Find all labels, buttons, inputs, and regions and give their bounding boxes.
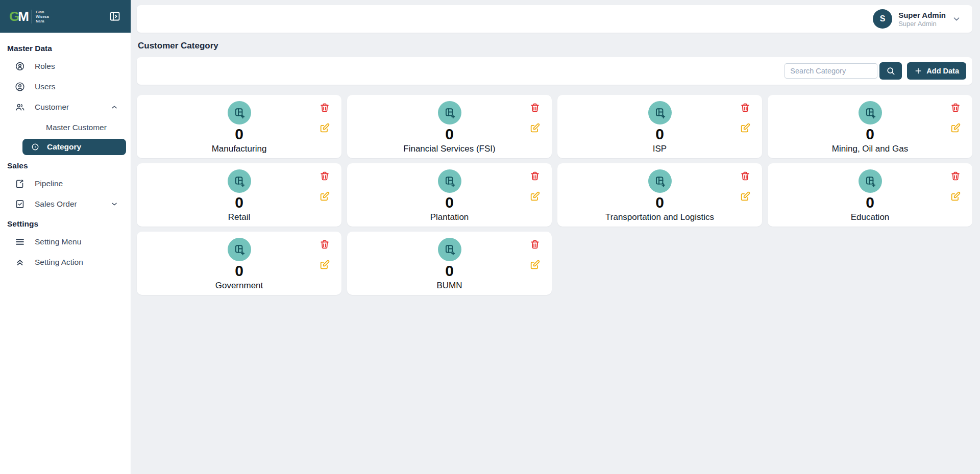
delete-icon[interactable]	[319, 102, 330, 113]
user-texts: Super Admin Super Admin	[898, 11, 946, 28]
edit-icon[interactable]	[740, 191, 751, 202]
edit-icon[interactable]	[950, 191, 961, 202]
category-avatar	[648, 101, 672, 124]
delete-icon[interactable]	[319, 239, 330, 250]
sidebar-item-label: Customer	[35, 103, 69, 112]
category-card: 0 Transportation and Logistics	[557, 163, 762, 227]
category-count: 0	[445, 126, 454, 142]
sidebar-item-sales-order[interactable]: Sales Order	[6, 194, 125, 214]
sidebar-item-label: Roles	[35, 62, 55, 71]
sidebar-item-category-active[interactable]: Category	[22, 139, 126, 155]
sidebar-item-pipeline[interactable]: Pipeline	[6, 173, 125, 194]
logo-letter-g: G	[9, 9, 18, 24]
page-title: Customer Category	[138, 41, 971, 51]
category-name: BUMN	[436, 281, 462, 291]
category-card: 0 ISP	[557, 95, 762, 158]
edit-icon[interactable]	[529, 259, 541, 270]
add-data-button[interactable]: Add Data	[907, 62, 966, 80]
user-role: Super Admin	[898, 20, 946, 28]
category-name: Transportation and Logistics	[605, 212, 714, 222]
category-card: 0 Retail	[137, 163, 341, 227]
category-card: 0 Government	[137, 232, 341, 295]
edit-icon[interactable]	[740, 122, 751, 134]
grid-add-icon	[653, 106, 667, 119]
category-count: 0	[235, 194, 243, 211]
category-card: 0 Mining, Oil and Gas	[768, 95, 972, 158]
sidebar-item-label: Master Customer	[46, 123, 107, 132]
delete-icon[interactable]	[529, 102, 541, 113]
sidebar-item-setting-menu[interactable]: Setting Menu	[6, 232, 125, 252]
sidebar-collapse-button[interactable]	[108, 9, 122, 23]
grid-add-icon	[864, 106, 877, 119]
sidebar-item-label: Setting Action	[35, 258, 83, 267]
chevron-down-icon	[110, 200, 118, 208]
sidebar-item-master-customer[interactable]: Master Customer	[6, 117, 125, 138]
search-input[interactable]	[785, 63, 877, 79]
sidebar-item-setting-action[interactable]: Setting Action	[6, 252, 125, 272]
delete-icon[interactable]	[950, 170, 961, 182]
delete-icon[interactable]	[529, 239, 541, 250]
delete-icon[interactable]	[529, 170, 541, 182]
category-count: 0	[866, 194, 874, 211]
search-button[interactable]	[879, 62, 902, 80]
logo-mark: GM	[9, 10, 28, 23]
section-sales: Sales	[6, 156, 125, 173]
grid-add-icon	[443, 174, 456, 188]
order-check-icon	[14, 198, 26, 210]
category-name: Manufacturing	[212, 144, 267, 154]
category-avatar	[438, 169, 461, 193]
edit-icon[interactable]	[319, 122, 330, 134]
sidebar-item-customer[interactable]: Customer	[6, 97, 125, 117]
pipeline-edit-icon	[14, 178, 26, 189]
category-avatar	[648, 169, 672, 193]
category-count: 0	[655, 194, 664, 211]
delete-icon[interactable]	[319, 170, 330, 182]
app-logo: GM Gian Wisesa Nara	[9, 10, 49, 23]
logo-tagline-line: Nara	[36, 19, 49, 23]
grid-add-icon	[233, 174, 246, 188]
grid-add-icon	[443, 243, 456, 256]
user-menu[interactable]: S Super Admin Super Admin	[873, 9, 961, 29]
category-card-grid: 0 Manufacturing 0 Financial S	[137, 95, 972, 295]
sidebar-item-label: Category	[47, 142, 81, 152]
sidebar: GM Gian Wisesa Nara Master Data Roles	[0, 0, 131, 474]
edit-icon[interactable]	[319, 191, 330, 202]
sidebar-item-users[interactable]: Users	[6, 77, 125, 97]
section-master-data: Master Data	[6, 39, 125, 56]
delete-icon[interactable]	[950, 102, 961, 113]
chevrons-up-icon	[14, 257, 26, 268]
role-badge-icon	[14, 61, 26, 72]
sidebar-item-roles[interactable]: Roles	[6, 56, 125, 77]
sidebar-item-label: Pipeline	[35, 179, 63, 188]
category-avatar	[438, 238, 461, 261]
edit-icon[interactable]	[529, 122, 541, 134]
edit-icon[interactable]	[529, 191, 541, 202]
sidebar-header: GM Gian Wisesa Nara	[0, 0, 131, 33]
add-data-label: Add Data	[926, 67, 959, 75]
edit-icon[interactable]	[950, 122, 961, 134]
circle-dot-icon	[31, 142, 40, 152]
category-card: 0 BUMN	[347, 232, 552, 295]
logo-letter-m: M	[18, 9, 28, 24]
category-avatar	[859, 169, 882, 193]
edit-icon[interactable]	[319, 259, 330, 270]
avatar: S	[873, 9, 892, 29]
top-bar: S Super Admin Super Admin	[137, 5, 972, 33]
delete-icon[interactable]	[740, 102, 751, 113]
menu-lines-icon	[14, 236, 26, 247]
user-name: Super Admin	[898, 11, 946, 19]
category-count: 0	[445, 263, 454, 279]
logo-tagline-line: Wisesa	[36, 14, 49, 19]
grid-add-icon	[443, 106, 456, 119]
delete-icon[interactable]	[740, 170, 751, 182]
sidebar-item-label: Users	[35, 82, 55, 91]
category-name: Financial Services (FSI)	[403, 144, 495, 154]
category-count: 0	[235, 126, 243, 142]
category-avatar	[228, 238, 251, 261]
grid-add-icon	[864, 174, 877, 188]
category-avatar	[228, 169, 251, 193]
grid-add-icon	[233, 243, 246, 256]
category-card: 0 Plantation	[347, 163, 552, 227]
category-name: Government	[215, 281, 263, 291]
category-avatar	[438, 101, 461, 124]
